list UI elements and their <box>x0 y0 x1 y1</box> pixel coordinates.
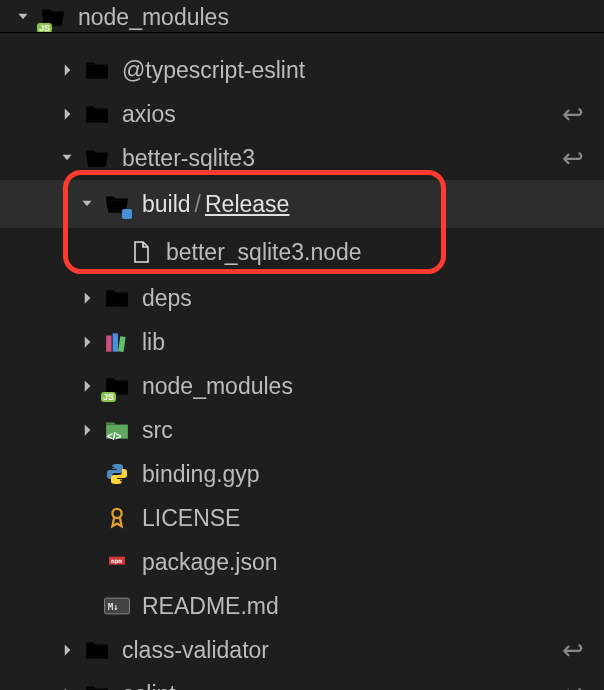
chevron-right-icon <box>56 59 78 81</box>
src-folder-icon: </> <box>104 417 130 443</box>
tree-item-label: README.md <box>142 593 279 620</box>
file-icon <box>128 239 154 265</box>
chevron-right-icon <box>76 375 98 397</box>
tree-item-label: deps <box>142 285 192 312</box>
svg-rect-1 <box>113 333 118 351</box>
tree-item-label: axios <box>122 101 176 128</box>
tree-item-node-modules-inner[interactable]: JS node_modules <box>0 364 604 408</box>
node-folder-icon: JS <box>104 373 130 399</box>
chevron-right-icon <box>56 683 78 690</box>
vcs-indicator-icon: ↩ <box>562 635 584 666</box>
chevron-down-icon <box>12 6 34 28</box>
tree-item-label: better_sqlite3.node <box>166 239 362 266</box>
tree-item-eslint[interactable]: eslint ↩ <box>0 672 604 690</box>
vcs-indicator-icon: ↩ <box>562 99 584 130</box>
file-tree: JS node_modules @typescript-eslint <box>0 0 604 690</box>
path-separator: / <box>195 191 201 218</box>
tree-item-sublabel: Release <box>205 191 289 218</box>
tree-item-node-modules[interactable]: JS node_modules <box>0 0 604 34</box>
tree-item-label: eslint <box>122 681 176 691</box>
tree-item-class-validator[interactable]: class-validator ↩ <box>0 628 604 672</box>
tree-item-label: @typescript-eslint <box>122 57 305 84</box>
folder-open-icon <box>84 145 110 171</box>
markdown-icon: M↓ <box>104 593 130 619</box>
tree-item-label: class-validator <box>122 637 269 664</box>
tree-item-label: node_modules <box>78 4 229 31</box>
tree-item-label: binding.gyp <box>142 461 260 488</box>
tree-item-build-release[interactable]: build / Release <box>0 180 604 228</box>
chevron-down-icon <box>76 193 98 215</box>
npm-icon: npm <box>104 549 130 575</box>
tree-item-license[interactable]: LICENSE <box>0 496 604 540</box>
tree-item-label: node_modules <box>142 373 293 400</box>
tree-item-typescript-eslint[interactable]: @typescript-eslint <box>0 48 604 92</box>
license-icon <box>104 505 130 531</box>
tree-item-axios[interactable]: axios ↩ <box>0 92 604 136</box>
chevron-right-icon <box>56 639 78 661</box>
tree-item-deps[interactable]: deps <box>0 276 604 320</box>
python-icon <box>104 461 130 487</box>
svg-text:npm: npm <box>111 557 122 565</box>
chevron-right-icon <box>76 287 98 309</box>
divider <box>0 32 604 33</box>
folder-icon <box>84 101 110 127</box>
folder-icon <box>84 681 110 690</box>
tree-item-label: better-sqlite3 <box>122 145 255 172</box>
tree-item-better-sqlite3-node[interactable]: better_sqlite3.node <box>0 228 604 276</box>
tree-item-package-json[interactable]: npm package.json <box>0 540 604 584</box>
svg-rect-0 <box>106 336 111 352</box>
tree-item-label: src <box>142 417 173 444</box>
tree-item-label: build <box>142 191 191 218</box>
svg-point-3 <box>112 509 121 518</box>
chevron-down-icon <box>56 147 78 169</box>
tree-item-lib[interactable]: lib <box>0 320 604 364</box>
folder-icon <box>84 57 110 83</box>
lib-folder-icon <box>104 329 130 355</box>
tree-item-label: lib <box>142 329 165 356</box>
svg-text:M↓: M↓ <box>108 601 119 612</box>
vcs-indicator-icon: ↩ <box>562 679 584 691</box>
tree-item-binding-gyp[interactable]: binding.gyp <box>0 452 604 496</box>
folder-open-icon <box>104 191 130 217</box>
tree-item-label: package.json <box>142 549 278 576</box>
vcs-indicator-icon: ↩ <box>562 143 584 174</box>
node-folder-icon: JS <box>40 4 66 30</box>
chevron-right-icon <box>76 419 98 441</box>
tree-item-readme[interactable]: M↓ README.md <box>0 584 604 628</box>
tree-item-better-sqlite3[interactable]: better-sqlite3 ↩ <box>0 136 604 180</box>
tree-item-label: LICENSE <box>142 505 240 532</box>
tree-item-src[interactable]: </> src <box>0 408 604 452</box>
chevron-right-icon <box>56 103 78 125</box>
folder-icon <box>104 285 130 311</box>
chevron-right-icon <box>76 331 98 353</box>
svg-rect-2 <box>118 336 125 352</box>
folder-icon <box>84 637 110 663</box>
